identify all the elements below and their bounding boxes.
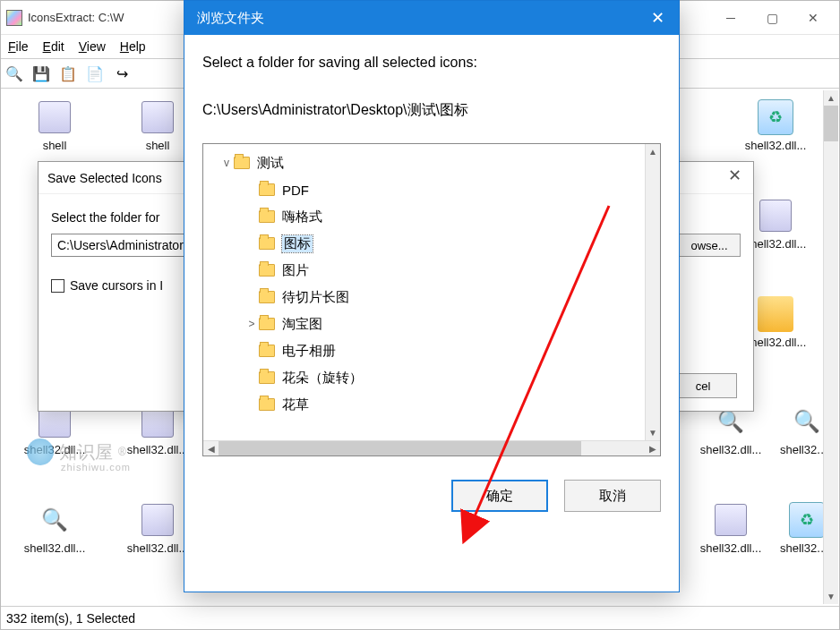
watermark: 知识屋® zhishiwu.com bbox=[27, 438, 126, 465]
folder-icon bbox=[259, 371, 275, 384]
close-icon[interactable]: ✕ bbox=[636, 1, 679, 35]
copy-icon[interactable]: 📋 bbox=[58, 64, 78, 83]
menu-edit[interactable]: Edit bbox=[43, 39, 64, 54]
tree-item[interactable]: 花朵（旋转） bbox=[207, 364, 656, 391]
folder-icon bbox=[234, 157, 250, 169]
tree-item[interactable]: 图标 bbox=[207, 230, 656, 257]
list-item[interactable]: shell32.dll... bbox=[10, 502, 99, 555]
minimize-button[interactable]: ─ bbox=[710, 4, 751, 31]
exit-icon[interactable]: ↪ bbox=[112, 64, 132, 83]
tree-item-label: 淘宝图 bbox=[282, 316, 322, 333]
menu-help[interactable]: Help bbox=[120, 39, 146, 54]
tree-item[interactable]: 嗨格式 bbox=[207, 203, 656, 230]
folder-icon bbox=[259, 237, 275, 250]
app-icon bbox=[6, 10, 22, 26]
tree-item[interactable]: v测试 bbox=[207, 149, 656, 176]
scroll-thumb[interactable] bbox=[219, 441, 581, 455]
expand-icon[interactable]: v bbox=[219, 157, 234, 169]
folder-icon bbox=[259, 291, 275, 303]
close-icon[interactable]: ✕ bbox=[721, 166, 748, 185]
tree-item-label: PDF bbox=[282, 183, 309, 198]
folder-icon bbox=[259, 398, 275, 411]
statusbar: 332 item(s), 1 Selected bbox=[1, 606, 839, 629]
ok-button[interactable]: 确定 bbox=[451, 480, 548, 512]
close-button[interactable]: ✕ bbox=[793, 4, 834, 31]
folder-icon bbox=[259, 183, 275, 196]
scroll-up-icon[interactable]: ▲ bbox=[824, 90, 838, 106]
status-text: 332 item(s), 1 Selected bbox=[6, 611, 135, 626]
list-item[interactable]: shell bbox=[10, 99, 99, 152]
folder-icon bbox=[259, 345, 275, 357]
tree-item-label: 图片 bbox=[282, 262, 309, 279]
scroll-thumb[interactable] bbox=[824, 106, 838, 141]
scroll-right-icon[interactable]: ▶ bbox=[645, 444, 660, 454]
folder-tree[interactable]: v测试PDF嗨格式图标图片待切片长图>淘宝图电子相册花朵（旋转）花草 ▲ ▼ ◀… bbox=[202, 143, 661, 456]
vertical-scrollbar[interactable]: ▲ ▼ bbox=[823, 90, 838, 604]
cancel-button[interactable]: 取消 bbox=[564, 480, 661, 512]
scroll-up-icon[interactable]: ▲ bbox=[646, 144, 660, 159]
scroll-left-icon[interactable]: ◀ bbox=[203, 444, 219, 454]
tree-item[interactable]: 花草 bbox=[207, 391, 656, 418]
scroll-down-icon[interactable]: ▼ bbox=[646, 425, 660, 440]
dialog-instruction: Select a folder for saving all selected … bbox=[202, 55, 661, 71]
expand-icon[interactable]: > bbox=[244, 318, 259, 330]
save-icon[interactable]: 💾 bbox=[31, 64, 51, 83]
tree-item-label: 花草 bbox=[282, 396, 309, 413]
tree-item-label: 嗨格式 bbox=[282, 209, 322, 226]
search-icon[interactable]: 🔍 bbox=[4, 64, 24, 83]
browse-folder-dialog: 浏览文件夹 ✕ Select a folder for saving all s… bbox=[184, 0, 680, 592]
tree-item[interactable]: 待切片长图 bbox=[207, 284, 656, 311]
tree-item[interactable]: PDF bbox=[207, 176, 656, 203]
tree-item-label: 待切片长图 bbox=[282, 289, 349, 306]
selected-path: C:\Users\Administrator\Desktop\测试\图标 bbox=[202, 101, 661, 120]
tree-item-label: 图标 bbox=[282, 235, 313, 252]
tree-item-label: 电子相册 bbox=[282, 343, 336, 360]
folder-icon bbox=[259, 210, 275, 223]
tree-horizontal-scrollbar[interactable]: ◀ ▶ bbox=[203, 440, 660, 455]
maximize-button[interactable]: ▢ bbox=[751, 4, 793, 31]
tree-item[interactable]: >淘宝图 bbox=[207, 311, 656, 337]
scroll-down-icon[interactable]: ▼ bbox=[824, 589, 838, 604]
folder-icon bbox=[259, 318, 275, 330]
properties-icon[interactable]: 📄 bbox=[85, 64, 105, 83]
list-item[interactable]: shell32.dll... bbox=[731, 99, 820, 152]
menu-view[interactable]: View bbox=[79, 39, 106, 54]
watermark-logo-icon bbox=[27, 438, 54, 465]
watermark-sub: zhishiwu.com bbox=[61, 462, 131, 472]
save-cursors-checkbox[interactable] bbox=[51, 279, 64, 293]
tree-item-label: 花朵（旋转） bbox=[282, 370, 363, 387]
tree-item[interactable]: 图片 bbox=[207, 257, 656, 284]
browse-button[interactable]: owse... bbox=[678, 234, 741, 257]
folder-icon bbox=[259, 264, 275, 277]
list-item[interactable]: shell32.dll... bbox=[686, 502, 776, 555]
watermark-text: 知识屋 bbox=[59, 440, 113, 464]
dialog-title[interactable]: 浏览文件夹 bbox=[184, 1, 679, 35]
tree-item-label: 测试 bbox=[257, 155, 284, 172]
tree-vertical-scrollbar[interactable]: ▲ ▼ bbox=[645, 144, 660, 440]
menu-file[interactable]: File bbox=[8, 39, 29, 54]
checkbox-label: Save cursors in I bbox=[70, 278, 163, 293]
tree-item[interactable]: 电子相册 bbox=[207, 337, 656, 364]
